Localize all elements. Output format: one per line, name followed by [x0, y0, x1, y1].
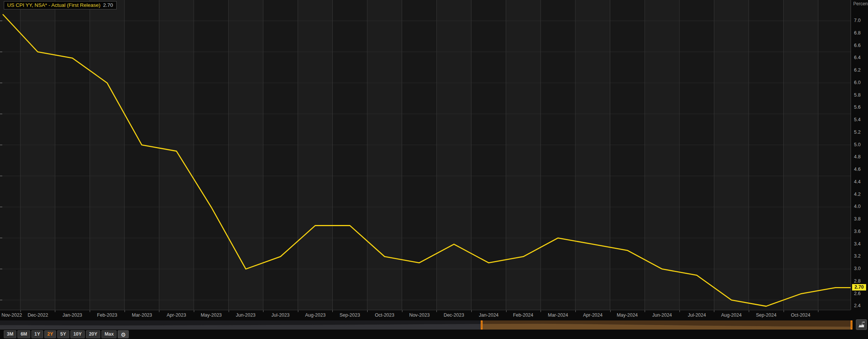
plot-band — [333, 0, 368, 310]
y-tick-label: 6.0 — [854, 80, 868, 85]
y-tick-label: 2.6 — [854, 291, 868, 296]
series-legend-value: 2.70 — [103, 2, 113, 8]
plot-band — [0, 0, 20, 310]
range-button-3m[interactable]: 3M — [4, 330, 16, 338]
x-axis-tick — [55, 310, 55, 312]
y-tick-label: 4.4 — [854, 179, 868, 184]
x-axis-tick — [714, 310, 714, 312]
y-tick-label: 4.0 — [854, 204, 868, 209]
x-axis-label: Jun-2024 — [645, 312, 679, 318]
plot-band — [784, 0, 818, 310]
plot-band — [229, 0, 263, 310]
y-tick-label: 5.0 — [854, 142, 868, 147]
x-axis-tick — [125, 310, 125, 312]
x-axis[interactable]: Nov-2022Dec-2022Jan-2023Feb-2023Mar-2023… — [0, 310, 851, 320]
range-button-6m[interactable]: 6M — [17, 330, 30, 338]
x-axis-label: Mar-2023 — [125, 312, 159, 318]
x-axis-tick — [471, 310, 472, 312]
x-axis-label: Nov-2023 — [402, 312, 436, 318]
y-tick-label: 5.2 — [854, 130, 868, 135]
x-axis-tick — [332, 310, 333, 312]
y-tick-label: 4.2 — [854, 192, 868, 197]
x-axis-label: Jan-2024 — [472, 312, 506, 318]
range-button-20y[interactable]: 20Y — [86, 330, 100, 338]
plot-band — [471, 0, 506, 310]
plot-band — [20, 0, 55, 310]
x-axis-tick — [784, 310, 784, 312]
y-axis-unit-label: Percent — [853, 1, 868, 6]
series-legend[interactable]: US CPI YY, NSA* - Actual (First Release)… — [4, 1, 117, 9]
y-tick-label: 3.2 — [854, 253, 868, 259]
plot-band — [263, 0, 298, 310]
scrollbar-left-handle-grip — [482, 322, 482, 328]
x-axis-tick — [818, 310, 818, 312]
range-toolbar: 3M6M1Y2Y5Y10Y20YMax⚙ — [4, 330, 129, 339]
y-tick-label: 6.6 — [854, 43, 868, 48]
x-axis-tick — [679, 310, 680, 312]
x-axis-tick — [298, 310, 298, 312]
plot-band — [575, 0, 610, 310]
plot-band — [645, 0, 679, 310]
x-axis-label: Sep-2024 — [749, 312, 783, 318]
plot-band — [749, 0, 784, 310]
y-tick-label: 7.0 — [854, 18, 868, 23]
range-button-2y[interactable]: 2Y — [44, 330, 56, 338]
plot-band — [55, 0, 90, 310]
plot-band — [818, 0, 851, 310]
x-axis-tick — [610, 310, 611, 312]
x-axis-label: Jun-2023 — [229, 312, 263, 318]
y-tick-label: 6.8 — [854, 30, 868, 36]
x-axis-tick — [263, 310, 263, 312]
series-legend-label: US CPI YY, NSA* - Actual (First Release) — [7, 2, 100, 8]
plot-band — [714, 0, 749, 310]
x-axis-label: Feb-2024 — [506, 312, 540, 318]
chart-application: US CPI YY, NSA* - Actual (First Release)… — [0, 0, 868, 339]
range-button-1y[interactable]: 1Y — [31, 330, 43, 338]
x-axis-label: Mar-2024 — [541, 312, 575, 318]
plot-band — [159, 0, 194, 310]
timeline-scrollbar[interactable] — [0, 320, 852, 330]
jump-to-latest-button[interactable] — [856, 319, 867, 330]
main-chart-canvas[interactable] — [0, 0, 851, 310]
y-tick-label: 2.4 — [854, 303, 868, 308]
y-tick-label: 4.8 — [854, 154, 868, 159]
plot-band — [679, 0, 714, 310]
y-tick-label: 5.8 — [854, 92, 868, 98]
plot-band — [298, 0, 333, 310]
plot-band — [402, 0, 437, 310]
y-tick-label: 5.4 — [854, 117, 868, 122]
gear-icon[interactable]: ⚙ — [118, 330, 129, 338]
x-axis-label: Aug-2023 — [298, 312, 332, 318]
x-axis-label: May-2023 — [194, 312, 228, 318]
plot-band — [541, 0, 575, 310]
x-axis-tick — [367, 310, 368, 312]
plot-band — [194, 0, 229, 310]
y-tick-label: 3.6 — [854, 229, 868, 234]
x-axis-tick — [194, 310, 194, 312]
x-axis-label: Apr-2024 — [576, 312, 610, 318]
x-axis-label: Jul-2024 — [680, 312, 714, 318]
range-button-5y[interactable]: 5Y — [57, 330, 69, 338]
plot-band — [610, 0, 645, 310]
range-button-max[interactable]: Max — [101, 330, 117, 338]
x-axis-label: Feb-2023 — [90, 312, 124, 318]
x-axis-tick — [90, 310, 90, 312]
y-tick-label: 3.0 — [854, 266, 868, 271]
scrollbar-right-handle-grip — [851, 322, 852, 328]
y-axis[interactable]: Percent 7.06.86.66.46.26.05.85.65.45.25.… — [851, 0, 868, 310]
x-axis-tick — [229, 310, 229, 312]
x-axis-tick — [20, 310, 21, 312]
x-axis-tick — [749, 310, 749, 312]
x-axis-label: Sep-2023 — [333, 312, 367, 318]
x-axis-label: Dec-2023 — [437, 312, 471, 318]
x-axis-tick — [436, 310, 437, 312]
x-axis-label: Dec-2022 — [21, 312, 55, 318]
y-tick-label: 2.8 — [854, 278, 868, 284]
range-button-10y[interactable]: 10Y — [70, 330, 85, 338]
x-axis-tick — [159, 310, 159, 312]
y-tick-label: 4.6 — [854, 167, 868, 172]
x-axis-label: Apr-2023 — [159, 312, 193, 318]
x-axis-tick — [506, 310, 506, 312]
plot-band — [125, 0, 159, 310]
x-axis-label: Aug-2024 — [714, 312, 748, 318]
